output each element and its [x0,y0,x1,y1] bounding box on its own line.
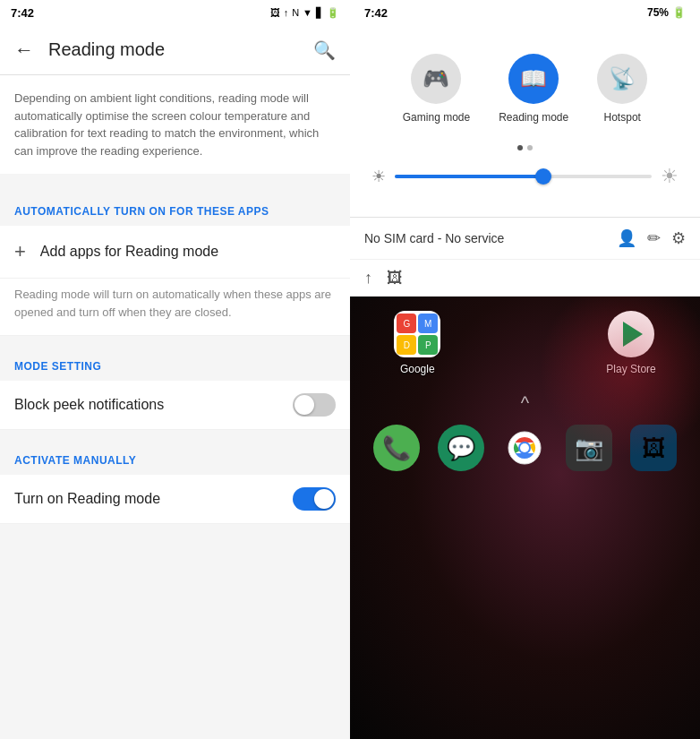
sim-status-bar: No SIM card - No service 👤 ✏ ⚙ [350,217,700,259]
battery-right-icon: 75% [647,6,669,19]
swipe-indicator: ^ [350,390,700,417]
sub-description-text: Reading mode will turn on automatically … [14,288,331,319]
section-gap-3 [0,430,350,437]
app-row: G M D P Google Play Store [350,296,700,390]
reading-mode-tile[interactable]: 📖 Reading mode [499,54,568,124]
reading-mode-toggle[interactable] [293,487,336,511]
photos-icon: P [418,335,438,355]
time-left: 7:42 [11,6,34,20]
play-store-icon [608,311,654,357]
maps-icon: M [418,314,438,333]
reading-mode-label: Turn on Reading mode [14,491,160,507]
home-screen: G M D P Google Play Store ^ [350,296,700,739]
signal-icon: ▋ [316,7,323,19]
upload-notif-icon[interactable]: ↑ [364,269,372,288]
reading-mode-tile-icon: 📖 [508,54,559,104]
time-right: 7:42 [364,6,388,20]
left-panel: 7:42 🖼 ↑ N ▼ ▋ 🔋 ← Reading mode 🔍 Depend… [0,0,350,739]
battery-left-icon: 🔋 [327,7,339,19]
right-panel: 7:42 75% 🔋 🎮 Gaming mode 📖 Reading mode [350,0,700,739]
edit-icon[interactable]: ✏ [647,228,661,248]
brightness-thumb[interactable] [535,168,551,185]
battery-indicator-icon: 🔋 [672,6,686,19]
dot-1 [517,145,523,150]
camera-dock-icon[interactable]: 📷 [566,425,612,471]
description-section: Depending on ambient light conditions, r… [0,75,350,174]
page-title: Reading mode [48,39,299,60]
quick-tiles-row: 🎮 Gaming mode 📖 Reading mode 📡 Hotspot [364,39,686,138]
sub-description: Reading mode will turn on automatically … [0,279,350,336]
auto-section-header: AUTOMATICALLY TURN ON FOR THESE APPS [0,188,350,226]
notification-bar: ↑ 🖼 [350,259,700,296]
play-triangle [623,322,643,347]
status-bar-right: 7:42 75% 🔋 [350,0,700,25]
gaming-mode-icon: 🎮 [411,54,461,104]
settings-icon[interactable]: ⚙ [671,228,686,248]
photo-icon: 🖼 [270,7,280,18]
play-store-label: Play Store [606,363,655,375]
back-button[interactable]: ← [14,39,34,62]
brightness-fill [395,175,543,178]
description-text: Depending on ambient light conditions, r… [14,91,319,158]
google-folder-icon: G M D P [394,311,440,357]
messages-dock-icon[interactable]: 💬 [438,425,484,471]
gaming-mode-label: Gaming mode [403,111,470,124]
brightness-slider[interactable] [395,175,652,178]
swipe-chevron-icon: ^ [521,393,529,414]
drive-icon: D [397,335,416,355]
top-bar: ← Reading mode 🔍 [0,25,350,75]
gaming-mode-tile[interactable]: 🎮 Gaming mode [403,54,470,124]
sim-action-icons: 👤 ✏ ⚙ [617,228,686,248]
content-area: Depending on ambient light conditions, r… [0,75,350,739]
block-peek-label: Block peek notifications [14,397,164,413]
section-gap-2 [0,336,350,343]
activate-section-header: ACTIVATE MANUALLY [0,437,350,475]
status-icons-right: 75% 🔋 [647,6,686,19]
chrome-svg [501,425,548,471]
activate-section-label: ACTIVATE MANUALLY [14,454,136,467]
mode-section-label: MODE SETTING [14,360,101,373]
sim-status-text: No SIM card - No service [364,231,504,245]
brightness-low-icon: ☀ [371,167,386,186]
account-icon[interactable]: 👤 [617,228,636,248]
status-icons-left: 🖼 ↑ N ▼ ▋ 🔋 [270,7,339,19]
page-dots [364,138,686,158]
add-apps-text: Add apps for Reading mode [40,244,218,260]
reading-mode-toggle-item: Turn on Reading mode [0,475,350,524]
add-apps-item[interactable]: + Add apps for Reading mode [0,226,350,279]
hotspot-label: Hotspot [604,111,641,124]
block-peek-toggle-item: Block peek notifications [0,381,350,430]
dot-2 [527,145,533,150]
quick-settings-panel: 🎮 Gaming mode 📖 Reading mode 📡 Hotspot [350,25,700,217]
google-label: Google [400,363,435,375]
brightness-high-icon: ☀ [661,165,679,188]
search-icon[interactable]: 🔍 [313,39,336,61]
section-gap-1 [0,181,350,188]
chrome-dock-icon[interactable] [501,425,548,471]
plus-icon: + [14,240,26,263]
block-peek-toggle[interactable] [293,393,336,417]
gallery-dock-icon[interactable]: 🖼 [630,425,677,471]
gmail-icon: G [397,314,416,333]
hotspot-tile[interactable]: 📡 Hotspot [597,54,647,124]
status-bar-left: 7:42 🖼 ↑ N ▼ ▋ 🔋 [0,0,350,25]
mode-section-header: MODE SETTING [0,343,350,381]
google-app-item[interactable]: G M D P Google [394,311,440,375]
phone-dock-icon[interactable]: 📞 [373,425,420,471]
wifi-icon: ▼ [303,7,312,18]
dock-row: 📞 💬 [350,417,700,486]
auto-section-label: AUTOMATICALLY TURN ON FOR THESE APPS [14,205,269,218]
play-store-app-item[interactable]: Play Store [606,311,655,375]
upload-icon: ↑ [284,7,289,18]
nfc-icon: N [292,7,299,18]
reading-mode-tile-label: Reading mode [499,111,568,124]
hotspot-icon: 📡 [597,54,647,104]
svg-point-3 [520,443,529,452]
image-notif-icon[interactable]: 🖼 [387,269,403,288]
brightness-row: ☀ ☀ [364,158,686,202]
